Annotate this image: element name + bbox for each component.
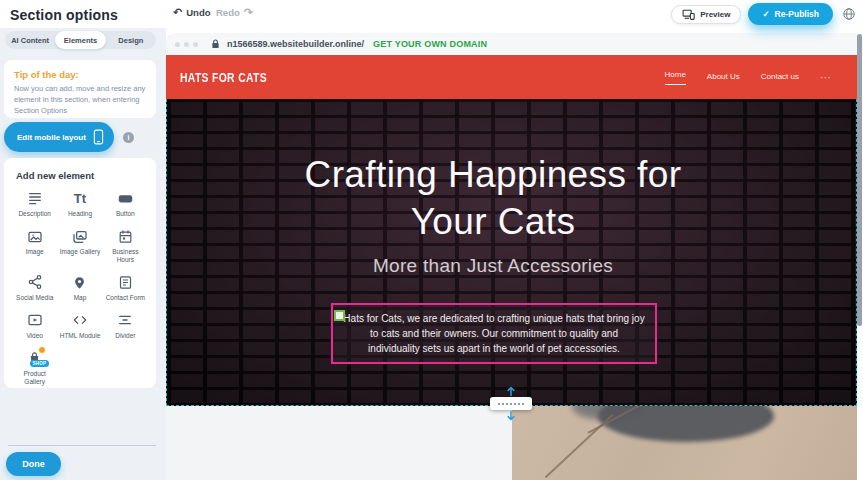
element-label: Video (26, 332, 43, 340)
tab-elements[interactable]: Elements (55, 31, 105, 49)
tip-body: Now you can add, move and resize any ele… (14, 84, 146, 117)
site-logo[interactable]: HATS FOR CATS (180, 70, 267, 85)
element-label: Product Gallery (14, 370, 56, 387)
heading-icon: Tt (71, 190, 88, 207)
preview-label: Preview (700, 10, 730, 19)
drag-dots-icon (498, 403, 524, 405)
element-item-button[interactable]: Button (103, 190, 148, 219)
redo-button[interactable]: Redo ↷ (216, 7, 253, 18)
element-label: Social Media (16, 294, 53, 302)
hero-content: Crafting Happiness for Your Cats More th… (167, 99, 819, 277)
button-icon (117, 190, 134, 207)
element-label: Image Gallery (60, 248, 100, 256)
add-element-title: Add new element (12, 170, 148, 181)
hero-subheadline[interactable]: More than Just Accessories (167, 255, 819, 277)
add-element-panel: Add new element Description Tt Heading (4, 158, 156, 388)
browser-chrome-bar: n1566589.websitebuilder.online/ GET YOUR… (166, 33, 863, 55)
tab-ai-content[interactable]: AI Content (5, 31, 55, 49)
devices-icon (682, 9, 695, 20)
nav-item-contact[interactable]: Contact us (761, 72, 799, 83)
nav-item-home[interactable]: Home (665, 70, 686, 85)
site-header[interactable]: HATS FOR CATS Home About Us Contact us ⋯ (166, 55, 857, 99)
video-icon (26, 312, 43, 329)
divider-icon (117, 312, 134, 329)
undo-icon: ↶ (173, 7, 182, 18)
get-domain-link[interactable]: GET YOUR OWN DOMAIN (373, 39, 487, 49)
site-url: n1566589.websitebuilder.online/ (227, 39, 364, 49)
redo-icon: ↷ (244, 7, 253, 18)
element-item-map[interactable]: Map (57, 274, 102, 303)
element-item-divider[interactable]: Divider (103, 312, 148, 341)
undo-button[interactable]: ↶ Undo (173, 7, 211, 18)
language-globe-button[interactable] (840, 5, 858, 23)
next-section-background (166, 406, 512, 480)
phone-icon (93, 129, 104, 145)
map-icon (71, 274, 88, 291)
arrow-up-icon (507, 386, 516, 396)
undo-label: Undo (186, 7, 210, 18)
next-section-image (512, 406, 857, 480)
done-button[interactable]: Done (6, 452, 61, 476)
element-item-social-media[interactable]: Social Media (12, 274, 57, 303)
info-icon[interactable]: i (123, 132, 134, 143)
editor-canvas: n1566589.websitebuilder.online/ GET YOUR… (166, 28, 863, 480)
mobile-layout-row: Edit mobile layout i (4, 122, 134, 152)
shop-badge: SHOP (30, 360, 50, 367)
toolbar-actions: Preview ✓ Re-Publish (671, 3, 858, 25)
top-toolbar: Section options ↶ Undo Redo ↷ Preview (0, 0, 863, 28)
product-gallery-icon: SHOP (26, 350, 43, 367)
website-builder-app: Section options ↶ Undo Redo ↷ Preview (0, 0, 863, 480)
element-item-html-module[interactable]: HTML Module (57, 312, 102, 341)
lock-icon (211, 39, 220, 49)
element-label: Contact Form (106, 294, 145, 302)
element-item-image-gallery[interactable]: Image Gallery (57, 228, 102, 265)
image-gallery-icon (71, 228, 88, 245)
arrow-down-icon (507, 411, 516, 421)
element-drag-handle[interactable] (334, 310, 345, 321)
selected-text-element[interactable]: Hats for Cats, we are dedicated to craft… (331, 303, 657, 364)
element-label: Image (26, 248, 44, 256)
element-label: Button (116, 210, 135, 218)
hero-section-selected[interactable]: Crafting Happiness for Your Cats More th… (166, 99, 857, 406)
element-item-description[interactable]: Description (12, 190, 57, 219)
business-hours-icon (117, 228, 134, 245)
tip-of-the-day-card: Tip of the day: Now you can add, move an… (4, 60, 156, 118)
edit-mobile-layout-button[interactable]: Edit mobile layout (4, 122, 114, 152)
description-icon (26, 190, 43, 207)
section-resize-handle[interactable] (490, 397, 532, 410)
element-label: Description (18, 210, 51, 218)
element-item-business-hours[interactable]: Business Hours (103, 228, 148, 265)
edit-mobile-label: Edit mobile layout (17, 133, 86, 142)
element-item-contact-form[interactable]: Contact Form (103, 274, 148, 303)
nav-item-about[interactable]: About Us (707, 72, 740, 83)
sidebar: AI Content Elements Design Tip of the da… (0, 28, 166, 480)
republish-label: Re-Publish (775, 9, 819, 19)
contact-form-icon (117, 274, 134, 291)
element-item-heading[interactable]: Tt Heading (57, 190, 102, 219)
sidebar-divider (8, 445, 156, 446)
sidebar-tabs: AI Content Elements Design (5, 31, 156, 49)
window-controls-icon (175, 42, 198, 47)
tip-title: Tip of the day: (14, 69, 146, 80)
element-label: Heading (68, 210, 92, 218)
element-label: Map (74, 294, 87, 302)
site-nav: Home About Us Contact us ⋯ (665, 70, 832, 85)
html-module-icon (71, 312, 88, 329)
tab-design[interactable]: Design (106, 31, 156, 49)
check-icon: ✓ (762, 9, 769, 19)
element-label: Divider (115, 332, 135, 340)
hero-paragraph: Hats for Cats, we are dedicated to craft… (343, 311, 645, 356)
element-grid: Description Tt Heading Button (12, 190, 148, 387)
preview-scrollbar[interactable] (857, 34, 862, 326)
element-item-image[interactable]: Image (12, 228, 57, 265)
element-item-video[interactable]: Video (12, 312, 57, 341)
element-item-product-gallery[interactable]: SHOP Product Gallery (12, 350, 57, 387)
new-badge-icon (38, 346, 46, 354)
hero-headline[interactable]: Crafting Happiness for Your Cats (278, 151, 708, 246)
redo-label: Redo (216, 7, 240, 18)
globe-icon (842, 7, 856, 21)
preview-button[interactable]: Preview (671, 5, 741, 24)
republish-button[interactable]: ✓ Re-Publish (748, 3, 833, 25)
page-title: Section options (10, 7, 118, 23)
element-label: HTML Module (60, 332, 101, 340)
